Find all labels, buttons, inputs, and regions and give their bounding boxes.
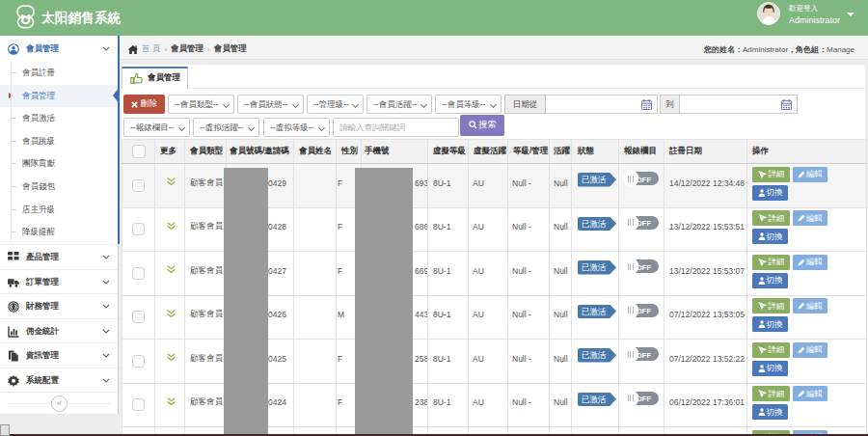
svg-text:U: U: [20, 12, 31, 27]
